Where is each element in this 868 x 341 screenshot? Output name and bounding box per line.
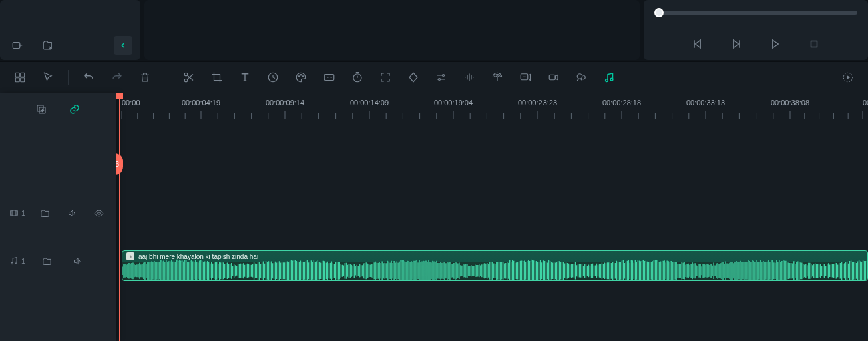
video-mute-icon[interactable] bbox=[65, 204, 80, 222]
split-button[interactable] bbox=[180, 68, 198, 87]
speed-button[interactable] bbox=[264, 68, 282, 87]
svg-point-19 bbox=[606, 79, 608, 82]
keyframe-button[interactable] bbox=[404, 68, 423, 87]
svg-rect-1 bbox=[811, 41, 817, 47]
svg-point-9 bbox=[298, 76, 300, 77]
fullscreen-button[interactable] bbox=[376, 68, 395, 87]
link-toggle[interactable] bbox=[65, 100, 84, 119]
svg-rect-24 bbox=[11, 210, 18, 216]
svg-rect-5 bbox=[21, 78, 25, 82]
audio-lock-icon[interactable] bbox=[37, 252, 56, 270]
adjust-button[interactable] bbox=[432, 68, 451, 87]
timer-button[interactable] bbox=[348, 68, 367, 87]
svg-rect-0 bbox=[13, 43, 20, 49]
svg-point-20 bbox=[610, 78, 613, 81]
inspector-panel bbox=[644, 0, 868, 60]
audio-track-label: 1 bbox=[9, 256, 25, 266]
svg-point-11 bbox=[302, 76, 304, 77]
beat-detect-button[interactable] bbox=[600, 68, 619, 87]
svg-rect-2 bbox=[15, 73, 19, 77]
svg-point-7 bbox=[184, 79, 188, 82]
step-forward-button[interactable] bbox=[766, 35, 785, 53]
video-track-header: 1 bbox=[0, 196, 116, 230]
select-tool[interactable] bbox=[39, 68, 57, 87]
render-button[interactable] bbox=[839, 68, 857, 87]
delete-button[interactable] bbox=[136, 68, 154, 87]
layout-button[interactable] bbox=[11, 68, 29, 87]
import-media-button[interactable] bbox=[8, 36, 27, 55]
video-visible-icon[interactable] bbox=[91, 204, 107, 222]
voice-button[interactable] bbox=[488, 68, 507, 87]
svg-point-10 bbox=[300, 75, 302, 76]
svg-point-18 bbox=[577, 74, 582, 79]
svg-rect-17 bbox=[549, 75, 555, 80]
svg-rect-3 bbox=[21, 73, 25, 77]
timeline-toolbar bbox=[0, 61, 868, 93]
crop-button[interactable] bbox=[208, 68, 226, 87]
redo-button[interactable] bbox=[107, 68, 126, 87]
subtitle-button[interactable] bbox=[516, 68, 535, 87]
color-button[interactable] bbox=[292, 68, 310, 87]
audio-tool[interactable] bbox=[460, 68, 479, 87]
audio-lane[interactable]: ♪ aaj bhi mere khayalon ki tapish zinda … bbox=[116, 250, 868, 284]
undo-button[interactable] bbox=[79, 68, 98, 87]
audio-track-header: 1 bbox=[0, 244, 116, 278]
text-button[interactable] bbox=[236, 68, 254, 87]
media-panel bbox=[0, 0, 140, 60]
svg-point-26 bbox=[11, 262, 13, 264]
progress-knob[interactable] bbox=[654, 8, 664, 17]
svg-point-6 bbox=[184, 73, 188, 76]
preview-panel bbox=[144, 0, 640, 60]
stop-button[interactable] bbox=[805, 35, 823, 53]
progress-bar[interactable] bbox=[654, 11, 857, 15]
svg-point-14 bbox=[443, 75, 445, 77]
svg-point-27 bbox=[15, 262, 17, 263]
collapse-panel-button[interactable] bbox=[114, 36, 132, 55]
audio-clip[interactable]: ♪ aaj bhi mere khayalon ki tapish zinda … bbox=[122, 250, 868, 281]
tts-button[interactable] bbox=[572, 68, 591, 87]
svg-rect-12 bbox=[324, 75, 334, 81]
playhead[interactable] bbox=[119, 93, 120, 341]
caption-button[interactable] bbox=[320, 68, 339, 87]
track-header-column: 1 1 bbox=[0, 93, 116, 341]
svg-point-15 bbox=[439, 79, 441, 81]
time-ruler[interactable]: 00:0000:00:04:1900:00:09:1400:00:14:0900… bbox=[116, 93, 868, 125]
step-back-button[interactable] bbox=[688, 35, 707, 53]
video-track-label: 1 bbox=[9, 208, 25, 218]
remove-media-button[interactable] bbox=[39, 36, 57, 55]
svg-rect-4 bbox=[15, 78, 19, 82]
video-lane[interactable] bbox=[116, 202, 868, 236]
audio-mute-icon[interactable] bbox=[68, 252, 87, 270]
play-button[interactable] bbox=[727, 35, 746, 53]
video-lock-icon[interactable] bbox=[37, 204, 53, 222]
add-track-button[interactable] bbox=[32, 100, 51, 119]
svg-point-25 bbox=[98, 212, 101, 214]
record-button[interactable] bbox=[544, 68, 563, 87]
